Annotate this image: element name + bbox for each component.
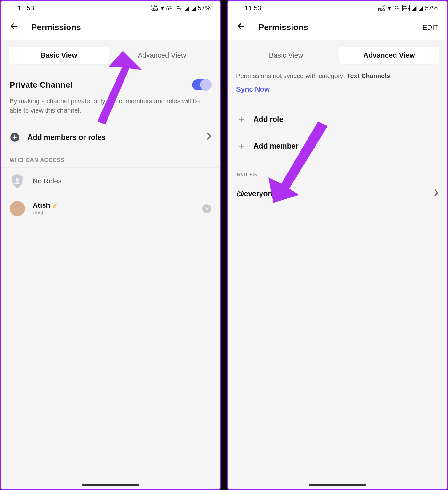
back-button[interactable]	[10, 22, 19, 33]
wifi-icon: ▾	[388, 4, 391, 12]
app-header: Permissions	[1, 15, 220, 40]
private-channel-toggle[interactable]	[192, 79, 211, 90]
signal-icon-1: ◢	[184, 4, 189, 12]
tab-basic-view[interactable]: Basic View	[236, 47, 336, 64]
home-indicator[interactable]	[309, 484, 366, 486]
home-indicator[interactable]	[82, 484, 139, 486]
status-time: 11:53	[244, 4, 261, 12]
member-item-atish[interactable]: Atish ♛ Atish ✕	[1, 195, 220, 222]
tab-advanced-view[interactable]: Advanced View	[112, 47, 212, 64]
lte-icon-2: Vo2LTE2	[402, 5, 410, 11]
app-header: Permissions EDIT	[228, 15, 447, 40]
private-channel-section: Private Channel By making a channel priv…	[1, 71, 220, 125]
battery-text: 57%	[198, 4, 211, 12]
who-can-access-header: WHO CAN ACCESS	[1, 149, 220, 167]
member-name: Atish	[33, 201, 50, 209]
no-roles-label: No Roles	[33, 177, 211, 185]
plus-icon: ＋	[237, 140, 246, 152]
sync-notice: Permissions not synced with category: Te…	[228, 71, 447, 100]
private-channel-description: By making a channel private, only select…	[10, 97, 211, 115]
phone-right-advanced-view: 11:53 0.72 KB/S ▾ Vo1LTE1 Vo2LTE2 ◢ ◢ 57…	[227, 0, 448, 490]
remove-member-button[interactable]: ✕	[202, 204, 211, 213]
lte-icon-1: Vo1LTE1	[166, 5, 173, 11]
signal-icon-2: ◢	[418, 4, 423, 12]
status-bar: 11:53 0.64 KB/S ▾ Vo1LTE1 Vo2LTE2 ◢ ◢ 57…	[1, 1, 220, 15]
add-role-button[interactable]: ＋ Add role	[228, 106, 447, 133]
role-everyone[interactable]: @everyone	[228, 182, 447, 205]
private-channel-title: Private Channel	[10, 80, 73, 90]
wifi-icon: ▾	[161, 4, 164, 12]
tab-advanced-view[interactable]: Advanced View	[339, 47, 439, 64]
member-username: Atish	[33, 210, 195, 216]
crown-icon: ♛	[52, 203, 57, 209]
plus-icon: ＋	[237, 113, 246, 125]
signal-icon-2: ◢	[191, 4, 196, 12]
sync-text: Permissions not synced with category:	[236, 72, 347, 79]
plus-circle-icon	[10, 132, 20, 142]
content-area: Basic View Advanced View Private Channel…	[1, 40, 220, 489]
sync-now-button[interactable]: Sync Now	[236, 84, 439, 94]
svg-point-1	[16, 178, 19, 181]
back-button[interactable]	[237, 22, 246, 33]
kbps-indicator: 0.72 KB/S	[378, 5, 385, 11]
add-member-label: Add member	[253, 142, 438, 150]
phone-left-basic-view: 11:53 0.64 KB/S ▾ Vo1LTE1 Vo2LTE2 ◢ ◢ 57…	[0, 0, 221, 490]
shield-icon	[10, 173, 25, 189]
content-area: Basic View Advanced View Permissions not…	[228, 40, 447, 489]
add-member-button[interactable]: ＋ Add member	[228, 133, 447, 159]
view-tabs: Basic View Advanced View	[1, 40, 220, 71]
lte-icon-1: Vo1LTE1	[393, 5, 400, 11]
edit-button[interactable]: EDIT	[422, 23, 438, 32]
roles-header: ROLES	[228, 164, 447, 182]
sync-category: Text Channels	[347, 72, 390, 79]
status-time: 11:53	[17, 4, 34, 12]
lte-icon-2: Vo2LTE2	[175, 5, 182, 11]
page-title: Permissions	[259, 22, 422, 32]
add-members-roles-button[interactable]: Add members or roles	[1, 125, 220, 149]
battery-text: 57%	[425, 4, 438, 12]
add-members-label: Add members or roles	[28, 133, 199, 142]
status-icons: 0.64 KB/S ▾ Vo1LTE1 Vo2LTE2 ◢ ◢ 57%	[151, 4, 211, 12]
kbps-indicator: 0.64 KB/S	[151, 5, 158, 11]
member-name-block: Atish ♛ Atish	[33, 201, 195, 216]
no-roles-item: No Roles	[1, 167, 220, 195]
avatar	[10, 201, 25, 216]
page-title: Permissions	[31, 22, 211, 32]
tab-basic-view[interactable]: Basic View	[9, 47, 109, 64]
signal-icon-1: ◢	[412, 4, 416, 12]
role-name: @everyone	[237, 189, 434, 198]
view-tabs: Basic View Advanced View	[228, 40, 447, 71]
add-role-label: Add role	[253, 115, 438, 124]
status-bar: 11:53 0.72 KB/S ▾ Vo1LTE1 Vo2LTE2 ◢ ◢ 57…	[228, 1, 447, 15]
status-icons: 0.72 KB/S ▾ Vo1LTE1 Vo2LTE2 ◢ ◢ 57%	[378, 4, 438, 12]
chevron-right-icon	[434, 189, 438, 198]
add-panel: ＋ Add role ＋ Add member	[228, 106, 447, 159]
chevron-right-icon	[207, 133, 211, 142]
roles-section: ROLES @everyone	[228, 164, 447, 205]
